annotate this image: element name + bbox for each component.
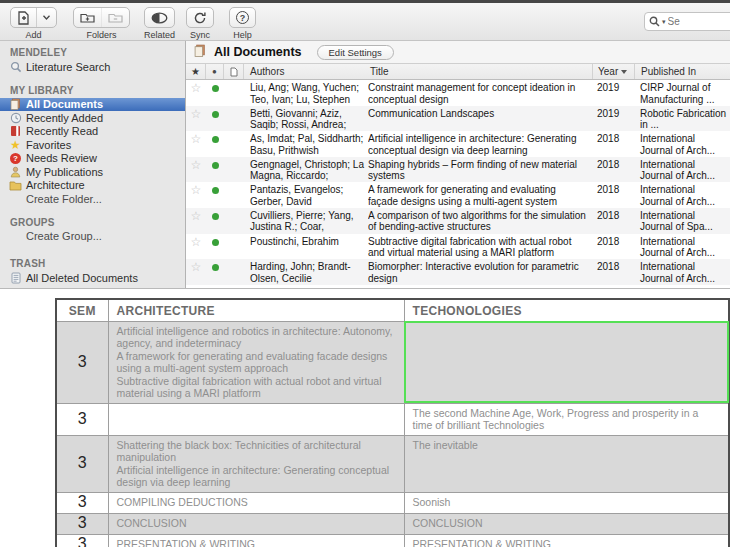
- add-button[interactable]: [10, 7, 57, 28]
- column-title[interactable]: Title: [368, 64, 592, 79]
- read-dot-icon[interactable]: [206, 108, 224, 132]
- person-icon: [9, 166, 22, 178]
- folders-button-group: Folders: [73, 7, 130, 40]
- collection-header: All Documents Edit Settings: [186, 41, 730, 64]
- document-row[interactable]: ☆ Cuvilliers, Pierre; Yang, Justina R.; …: [186, 208, 730, 234]
- read-dot-icon[interactable]: [206, 184, 224, 208]
- document-row[interactable]: ☆ Pantazis, Evangelos; Gerber, David A f…: [186, 182, 730, 208]
- sidebar-item-architecture[interactable]: Architecture: [0, 179, 185, 192]
- sync-label: Sync: [190, 30, 210, 40]
- search-box[interactable]: ▾: [644, 12, 730, 31]
- semester-table: SEM ARCHITECTURE TECHONOLOGIES 3 Artific…: [55, 298, 730, 547]
- sync-button[interactable]: [186, 7, 214, 28]
- add-folder-icon[interactable]: [74, 8, 101, 27]
- remove-folder-icon[interactable]: [101, 8, 129, 27]
- sidebar-item-recently-read[interactable]: Recently Read: [0, 125, 185, 138]
- sidebar-item-label: Recently Added: [26, 112, 103, 124]
- cell-sem[interactable]: 3: [56, 534, 108, 547]
- column-year[interactable]: Year: [592, 64, 634, 79]
- trash-document-icon: [9, 272, 22, 284]
- related-icon[interactable]: [145, 8, 174, 27]
- edit-settings-button[interactable]: Edit Settings: [317, 45, 394, 60]
- toolbar: Add Folders R: [0, 3, 730, 41]
- cell-authors: Cuvilliers, Pierre; Yang, Justina R.; Co…: [244, 210, 368, 234]
- collection-title: All Documents: [214, 45, 302, 59]
- sidebar-item-literature-search[interactable]: Literature Search: [0, 60, 185, 73]
- sidebar-item-recently-added[interactable]: Recently Added: [0, 111, 185, 124]
- column-favorite[interactable]: ★: [186, 64, 206, 79]
- search-input[interactable]: [668, 16, 720, 27]
- read-dot-icon[interactable]: [206, 261, 224, 285]
- cell-authors: Poustinchi, Ebrahim: [244, 236, 368, 260]
- star-outline-icon[interactable]: ☆: [186, 82, 206, 106]
- column-authors[interactable]: Authors: [244, 64, 368, 79]
- document-row[interactable]: ☆ Liu, Ang; Wang, Yuchen; Teo, Ivan; Lu,…: [186, 80, 730, 106]
- chevron-down-icon[interactable]: [36, 8, 56, 27]
- read-dot-icon[interactable]: [206, 236, 224, 260]
- sidebar-item-create-folder[interactable]: Create Folder...: [0, 192, 185, 205]
- cell-architecture[interactable]: [108, 403, 404, 435]
- column-published-in[interactable]: Published In: [634, 64, 730, 79]
- cell-sem[interactable]: 3: [56, 513, 108, 534]
- read-dot-icon[interactable]: [206, 159, 224, 183]
- cell-architecture[interactable]: CONCLUSION: [108, 513, 404, 534]
- document-row[interactable]: ☆ Poustinchi, Ebrahim Subtractive digita…: [186, 234, 730, 260]
- cell-technologies[interactable]: The inevitable: [404, 435, 729, 492]
- star-outline-icon[interactable]: ☆: [186, 108, 206, 132]
- add-document-icon[interactable]: [11, 8, 36, 27]
- cell-technologies[interactable]: The second Machine Age, Work, Progress a…: [404, 403, 729, 435]
- cell-technologies[interactable]: CONCLUSION: [404, 513, 729, 534]
- cell-sem[interactable]: 3: [56, 403, 108, 435]
- document-row[interactable]: ☆ Gengnagel, Christoph; La Magna, Riccar…: [186, 157, 730, 183]
- cell-architecture[interactable]: Shattering the black box: Technicities o…: [108, 435, 404, 492]
- related-label: Related: [144, 30, 175, 40]
- cell-sem[interactable]: 3: [56, 435, 108, 492]
- help-button[interactable]: ?: [229, 7, 256, 28]
- screen: Add Folders R: [0, 0, 730, 547]
- cell-technologies[interactable]: Soonish: [404, 492, 729, 513]
- cell-year: 2019: [592, 82, 634, 106]
- folders-button[interactable]: [73, 7, 130, 28]
- cell-sem[interactable]: 3: [56, 321, 108, 403]
- cell-year: 2018: [592, 210, 634, 234]
- related-button[interactable]: [144, 7, 175, 28]
- document-row[interactable]: ☆ Harding, John; Brandt-Olsen, Cecilie B…: [186, 259, 730, 285]
- header-technologies: TECHONOLOGIES: [404, 299, 729, 321]
- search-scope-chevron-icon[interactable]: ▾: [662, 18, 666, 26]
- sidebar-item-needs-review[interactable]: ? Needs Review: [0, 152, 185, 165]
- window-body: MENDELEY Literature Search MY LIBRARY Al…: [0, 41, 730, 288]
- sidebar-item-all-deleted-documents[interactable]: All Deleted Documents: [0, 271, 185, 284]
- cell-technologies[interactable]: PRESENTATION & WRITING: [404, 534, 729, 547]
- read-dot-icon[interactable]: [206, 133, 224, 157]
- sidebar-item-my-publications[interactable]: My Publications: [0, 165, 185, 178]
- sidebar-item-all-documents[interactable]: All Documents: [0, 98, 185, 111]
- table-row: 3 PRESENTATION & WRITING PRESENTATION & …: [56, 534, 729, 547]
- read-dot-icon[interactable]: [206, 210, 224, 234]
- cell-architecture[interactable]: PRESENTATION & WRITING: [108, 534, 404, 547]
- cell-technologies-selected[interactable]: [404, 321, 729, 403]
- read-dot-icon[interactable]: [206, 82, 224, 106]
- cell-title: Biomorpher: Interactive evolution for pa…: [368, 261, 592, 285]
- cell-architecture[interactable]: Artificial intelligence and robotics in …: [108, 321, 404, 403]
- sidebar-section-groups: GROUPS: [0, 217, 185, 230]
- sidebar-item-favorites[interactable]: ★ Favorites: [0, 138, 185, 151]
- star-outline-icon[interactable]: ☆: [186, 159, 206, 183]
- document-row[interactable]: ☆ As, Imdat; Pal, Siddharth; Basu, Prith…: [186, 131, 730, 157]
- star-outline-icon[interactable]: ☆: [186, 261, 206, 285]
- cell-year: 2018: [592, 159, 634, 183]
- cell-architecture[interactable]: COMPILING DEDUCTIONS: [108, 492, 404, 513]
- cell-sem[interactable]: 3: [56, 492, 108, 513]
- document-row[interactable]: ☆ Betti, Giovanni; Aziz, Saqib; Rossi, A…: [186, 106, 730, 132]
- cell-authors: As, Imdat; Pal, Siddharth; Basu, Prithwi…: [244, 133, 368, 157]
- collection-icon: [194, 43, 207, 61]
- column-attachment[interactable]: [224, 64, 244, 79]
- column-read-status[interactable]: ●: [206, 64, 224, 79]
- star-outline-icon[interactable]: ☆: [186, 184, 206, 208]
- sidebar-section-my-library: MY LIBRARY: [0, 85, 185, 98]
- sidebar-item-create-group[interactable]: Create Group...: [0, 230, 185, 243]
- sync-icon[interactable]: [187, 8, 213, 27]
- sidebar-item-label: My Publications: [26, 166, 103, 178]
- star-outline-icon[interactable]: ☆: [186, 133, 206, 157]
- star-outline-icon[interactable]: ☆: [186, 210, 206, 234]
- star-outline-icon[interactable]: ☆: [186, 236, 206, 260]
